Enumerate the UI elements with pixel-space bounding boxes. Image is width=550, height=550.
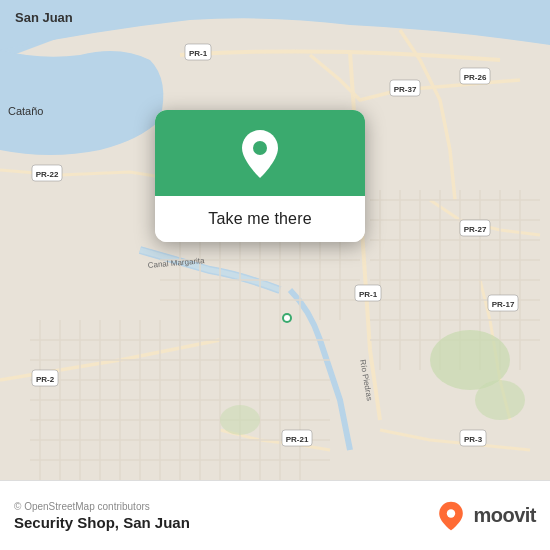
svg-text:PR-2: PR-2 <box>36 375 55 384</box>
location-icon <box>236 130 284 178</box>
svg-text:PR-26: PR-26 <box>464 73 487 82</box>
svg-point-58 <box>220 405 260 435</box>
svg-point-86 <box>447 509 455 517</box>
svg-text:PR-1: PR-1 <box>189 49 208 58</box>
svg-text:PR-27: PR-27 <box>464 225 487 234</box>
svg-text:PR-1: PR-1 <box>359 290 378 299</box>
svg-text:PR-21: PR-21 <box>286 435 309 444</box>
bottom-left-info: © OpenStreetMap contributors Security Sh… <box>14 501 190 531</box>
moovit-logo: moovit <box>435 500 536 532</box>
svg-text:San Juan: San Juan <box>15 10 73 25</box>
svg-text:Cataño: Cataño <box>8 105 43 117</box>
svg-point-57 <box>475 380 525 420</box>
svg-point-85 <box>253 141 267 155</box>
svg-text:PR-17: PR-17 <box>492 300 515 309</box>
bottom-bar: © OpenStreetMap contributors Security Sh… <box>0 480 550 550</box>
svg-text:PR-3: PR-3 <box>464 435 483 444</box>
osm-credit: © OpenStreetMap contributors <box>14 501 190 512</box>
moovit-pin-icon <box>435 500 467 532</box>
card-header <box>155 110 365 196</box>
take-me-there-button[interactable]: Take me there <box>155 196 365 242</box>
svg-text:PR-37: PR-37 <box>394 85 417 94</box>
navigation-card: Take me there <box>155 110 365 242</box>
location-name: Security Shop, San Juan <box>14 514 190 531</box>
map-container: PR-1 PR-37 PR-26 PR-22 PR-27 PR-1 PR-17 … <box>0 0 550 480</box>
svg-point-84 <box>284 315 290 321</box>
moovit-text: moovit <box>473 504 536 527</box>
svg-text:PR-22: PR-22 <box>36 170 59 179</box>
